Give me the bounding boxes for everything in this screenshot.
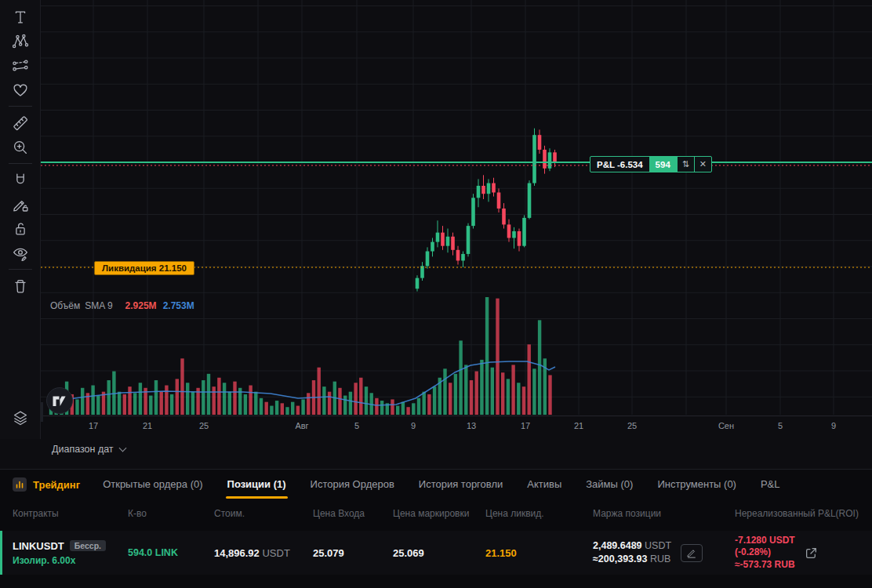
share-pnl-button[interactable] — [805, 546, 818, 560]
zoom-in-icon — [10, 137, 31, 158]
candle — [467, 226, 471, 254]
cell-value: 14,896.92 USDT — [214, 547, 313, 559]
x-axis-tick: 17 — [521, 421, 530, 430]
volume-bar — [322, 387, 325, 415]
long-position-accent — [0, 531, 2, 575]
cell-mark-price: 25.069 — [393, 547, 485, 559]
volume-bar — [133, 393, 136, 415]
volume-bar — [380, 401, 383, 415]
volume-bar — [401, 402, 405, 415]
volume-bar — [260, 398, 263, 415]
liquidation-price-label: Ликвидация 21.150 — [94, 261, 194, 275]
tab-loans[interactable]: Займы (0) — [584, 478, 634, 499]
object-tree-tool[interactable] — [6, 405, 35, 430]
candle — [446, 237, 450, 246]
volume-indicator-label[interactable]: ОбъёмSMA 92.925M2.753M — [50, 300, 194, 311]
text-tool[interactable] — [6, 5, 35, 29]
x-axis-tick: 21 — [143, 421, 152, 430]
tab-trading-label: Трейдинг — [33, 479, 80, 491]
cell-liq-price: 21.150 — [485, 547, 593, 559]
projection-tool[interactable] — [6, 53, 35, 78]
volume-bar — [522, 387, 525, 415]
trading-terminal: 172125Авг5913172125Сен59 — [0, 0, 872, 588]
volume-bar — [128, 387, 131, 415]
col-position-margin: Маржа позиции — [593, 508, 735, 519]
lock-all-tool[interactable] — [6, 216, 35, 241]
pnl-roi: (-0.28%) — [735, 546, 795, 559]
candle — [456, 250, 460, 261]
xabcd-pattern-icon — [10, 31, 31, 52]
candle — [528, 183, 532, 218]
candle — [481, 186, 485, 194]
volume-bar — [454, 374, 457, 415]
volume-bar — [75, 399, 78, 415]
value-unit: USDT — [262, 547, 289, 559]
tab-trading[interactable]: Трейдинг — [13, 477, 80, 499]
volume-bar — [354, 383, 357, 415]
layers-icon — [10, 408, 31, 428]
orders-panel: Трейдинг Открытые ордера (0) Позиции (1)… — [0, 469, 872, 588]
candle — [416, 278, 420, 289]
symbol-label: LINKUSDT — [13, 540, 64, 552]
candle — [532, 135, 536, 183]
tab-tools[interactable]: Инструменты (0) — [656, 478, 738, 499]
tab-positions[interactable]: Позиции (1) — [226, 478, 288, 499]
reverse-position-button[interactable]: ⇅ — [677, 157, 694, 172]
magnet-icon — [10, 170, 31, 191]
magnet-tool[interactable] — [6, 168, 35, 192]
tab-trade-history[interactable]: История торговли — [417, 478, 504, 499]
hide-drawings-tool[interactable] — [6, 241, 35, 265]
xabcd-pattern-tool[interactable] — [6, 29, 35, 53]
volume-bar — [244, 394, 247, 415]
volume-bar — [154, 380, 158, 415]
measure-tool[interactable] — [6, 111, 35, 135]
tradingview-logo[interactable] — [45, 387, 74, 418]
x-axis-tick: 5 — [354, 421, 359, 430]
candle — [487, 183, 491, 194]
candle — [492, 183, 496, 193]
volume-bar — [275, 401, 278, 415]
candle — [451, 237, 455, 250]
volume-bar — [433, 387, 436, 415]
close-position-button[interactable]: ✕ — [694, 157, 711, 172]
drawing-lock-tool[interactable] — [6, 192, 35, 216]
col-liq-price: Цена ликвид. — [485, 508, 593, 519]
tab-open-orders[interactable]: Открытые ордера (0) — [101, 478, 204, 499]
favorites-tool[interactable] — [6, 78, 35, 102]
volume-bar — [459, 340, 462, 415]
candle — [518, 231, 521, 246]
volume-bar — [449, 383, 452, 415]
edit-margin-button[interactable] — [681, 544, 703, 562]
candle — [553, 152, 557, 162]
pnl-usdt: -7.1280 USDT — [735, 535, 795, 547]
volume-bar — [406, 407, 409, 415]
x-axis-tick: Сен — [718, 421, 734, 430]
tab-assets[interactable]: Активы — [525, 478, 563, 499]
volume-bar — [491, 368, 494, 415]
zoom-in-tool[interactable] — [6, 135, 35, 159]
x-axis-tick: 5 — [778, 421, 783, 430]
tab-order-history[interactable]: История Ордеров — [309, 478, 396, 499]
volume-bar — [270, 406, 273, 415]
external-link-icon — [805, 546, 818, 560]
volume-bar — [118, 392, 121, 415]
margin-alt-number: ≈200,393.93 — [593, 554, 647, 564]
date-range-dropdown[interactable]: Диапазон дат — [52, 444, 125, 455]
toolbar-divider — [9, 106, 32, 107]
volume-bar — [475, 372, 478, 415]
remove-drawings-tool[interactable] — [6, 274, 35, 298]
margin-unit: USDT — [645, 540, 671, 551]
volume-bar — [233, 382, 236, 415]
volume-bar — [548, 375, 551, 415]
volume-sma-line — [51, 361, 555, 405]
chevron-down-icon — [118, 445, 126, 452]
volume-title: Объём — [50, 300, 80, 311]
volume-bar — [207, 374, 210, 415]
lock-open-icon — [10, 219, 31, 239]
toolbar-divider — [9, 269, 32, 270]
candle — [441, 233, 445, 246]
tab-pnl[interactable]: P&L — [759, 478, 782, 499]
price-volume-chart[interactable]: 172125Авг5913172125Сен59 — [0, 0, 872, 439]
position-pnl-widget[interactable]: P&L -6.534 594 ⇅ ✕ — [590, 156, 712, 172]
volume-bar — [318, 368, 321, 415]
